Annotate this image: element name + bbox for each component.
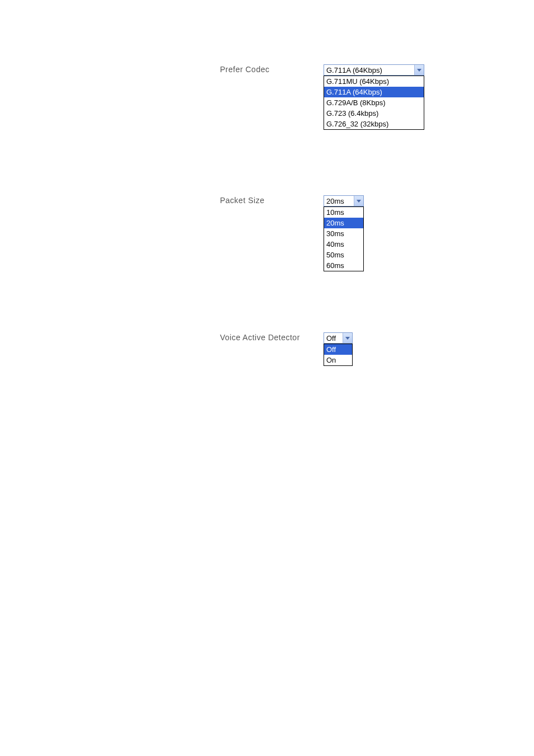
- prefer-codec-option[interactable]: G.711A (64Kbps): [324, 87, 424, 97]
- voice-active-detector-option[interactable]: Off: [324, 344, 352, 355]
- prefer-codec-select[interactable]: G.711A (64Kbps): [324, 64, 424, 76]
- packet-size-option[interactable]: 50ms: [324, 250, 363, 260]
- packet-size-option[interactable]: 30ms: [324, 228, 363, 239]
- voice-active-detector-selected-text: Off: [324, 334, 343, 342]
- prefer-codec-option[interactable]: G.729A/B (8Kbps): [324, 97, 424, 108]
- voice-active-detector-options: Off On: [324, 344, 353, 366]
- voice-active-detector-label: Voice Active Detector: [220, 332, 324, 342]
- packet-size-options: 10ms 20ms 30ms 40ms 50ms 60ms: [324, 206, 364, 271]
- chevron-down-icon: [354, 196, 363, 206]
- packet-size-row: Packet Size 20ms 10ms 20ms 30ms 40ms 50m…: [220, 195, 364, 271]
- chevron-down-icon: [414, 65, 424, 75]
- prefer-codec-options: G.711MU (64Kbps) G.711A (64Kbps) G.729A/…: [324, 76, 424, 130]
- prefer-codec-option[interactable]: G.726_32 (32kbps): [324, 119, 424, 129]
- packet-size-selected-text: 20ms: [324, 197, 354, 205]
- packet-size-select[interactable]: 20ms: [324, 195, 364, 206]
- prefer-codec-row: Prefer Codec G.711A (64Kbps) G.711MU (64…: [220, 64, 424, 130]
- packet-size-option[interactable]: 10ms: [324, 207, 363, 218]
- prefer-codec-option[interactable]: G.711MU (64Kbps): [324, 76, 424, 87]
- packet-size-option[interactable]: 20ms: [324, 218, 363, 228]
- packet-size-option[interactable]: 40ms: [324, 239, 363, 250]
- packet-size-option[interactable]: 60ms: [324, 260, 363, 271]
- chevron-down-icon: [343, 333, 352, 343]
- prefer-codec-selected-text: G.711A (64Kbps): [324, 66, 414, 74]
- prefer-codec-select-wrap: G.711A (64Kbps) G.711MU (64Kbps) G.711A …: [324, 64, 424, 130]
- packet-size-label: Packet Size: [220, 195, 324, 205]
- prefer-codec-option[interactable]: G.723 (6.4kbps): [324, 108, 424, 119]
- voice-active-detector-select[interactable]: Off: [324, 332, 353, 344]
- voice-active-detector-row: Voice Active Detector Off Off On: [220, 332, 353, 366]
- voice-active-detector-select-wrap: Off Off On: [324, 332, 353, 366]
- packet-size-select-wrap: 20ms 10ms 20ms 30ms 40ms 50ms 60ms: [324, 195, 364, 271]
- voice-active-detector-option[interactable]: On: [324, 355, 352, 365]
- prefer-codec-label: Prefer Codec: [220, 64, 324, 74]
